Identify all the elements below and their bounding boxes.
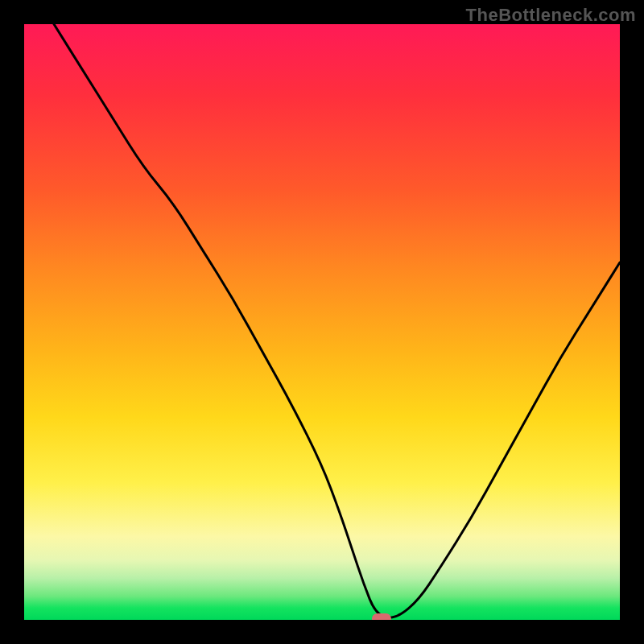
watermark-text: TheBottleneck.com — [466, 5, 636, 26]
optimum-marker — [372, 613, 391, 620]
chart-frame: TheBottleneck.com — [0, 0, 644, 644]
curve-svg — [24, 24, 620, 620]
bottleneck-curve — [54, 24, 620, 617]
plot-area — [24, 24, 620, 620]
